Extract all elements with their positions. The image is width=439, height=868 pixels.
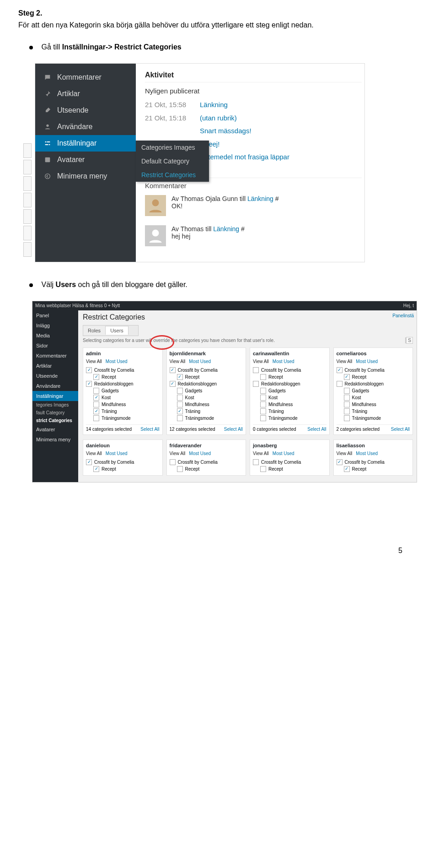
checkbox[interactable]: ✓ bbox=[93, 395, 99, 401]
sidebar-item-kommentarer[interactable]: Kommentarer bbox=[35, 69, 136, 86]
checkbox[interactable] bbox=[177, 401, 183, 407]
view-all-link[interactable]: View All bbox=[253, 359, 269, 364]
checkbox[interactable] bbox=[344, 408, 350, 414]
category-row[interactable]: Träningsmode bbox=[93, 415, 160, 422]
category-row[interactable]: Kost bbox=[177, 394, 243, 401]
checkbox[interactable] bbox=[260, 395, 266, 401]
category-row[interactable]: Mindfulness bbox=[260, 401, 327, 408]
category-row[interactable]: Träningsmode bbox=[260, 415, 327, 422]
category-row[interactable]: Mindfulness bbox=[177, 401, 243, 408]
category-row[interactable]: Gadgets bbox=[260, 387, 327, 394]
checkbox[interactable]: ✓ bbox=[177, 408, 183, 414]
checkbox[interactable]: ✓ bbox=[86, 459, 92, 465]
category-row[interactable]: Crossfit by Cornelia bbox=[170, 459, 243, 466]
sidebar-item-avatarer[interactable]: Avatarer bbox=[35, 152, 136, 168]
checkbox[interactable] bbox=[260, 388, 266, 394]
most-used-link[interactable]: Most Used bbox=[273, 451, 294, 456]
checkbox[interactable] bbox=[344, 388, 350, 394]
most-used-link[interactable]: Most Used bbox=[189, 451, 211, 456]
sidebar-item-utseende[interactable]: Utseende bbox=[35, 102, 136, 119]
category-row[interactable]: ✓Recept bbox=[177, 374, 243, 380]
view-all-link[interactable]: View All bbox=[253, 451, 269, 456]
settings-submenu[interactable]: Categories ImagesDefault CategoryRestric… bbox=[136, 141, 209, 182]
checkbox[interactable] bbox=[260, 415, 266, 421]
row-link[interactable]: Botemedel mot frasiga läppar bbox=[200, 151, 289, 164]
sidebar-subitem[interactable]: tegories Images bbox=[32, 401, 78, 409]
checkbox[interactable] bbox=[253, 381, 259, 387]
sidebar-item-minimera meny[interactable]: Minimera meny bbox=[35, 168, 136, 184]
submenu-item[interactable]: Restrict Categories bbox=[136, 168, 209, 182]
view-all-link[interactable]: View All bbox=[337, 451, 353, 456]
category-row[interactable]: ✓Träning bbox=[177, 408, 243, 415]
checkbox[interactable] bbox=[344, 401, 350, 407]
checkbox[interactable] bbox=[170, 459, 176, 465]
checkbox[interactable]: ✓ bbox=[86, 367, 92, 373]
sidebar-item-artiklar[interactable]: Artiklar bbox=[35, 86, 136, 102]
checkbox[interactable] bbox=[93, 415, 99, 421]
checkbox[interactable] bbox=[337, 381, 343, 387]
category-row[interactable]: Gadgets bbox=[93, 387, 160, 394]
category-row[interactable]: Träning bbox=[260, 408, 327, 415]
most-used-link[interactable]: Most Used bbox=[189, 359, 211, 364]
category-row[interactable]: ✓Recept bbox=[93, 374, 160, 380]
most-used-link[interactable]: Most Used bbox=[356, 451, 378, 456]
category-row[interactable]: Gadgets bbox=[344, 387, 410, 394]
select-all-link[interactable]: Select All bbox=[140, 427, 159, 432]
category-row[interactable]: Redaktionsbloggen bbox=[253, 380, 327, 387]
category-row[interactable]: ✓Crossfit by Cornelia bbox=[170, 367, 243, 374]
search-button[interactable]: S bbox=[406, 337, 413, 344]
sidebar-item-användare[interactable]: Användare bbox=[35, 119, 136, 135]
category-row[interactable]: Crossfit by Cornelia bbox=[253, 367, 327, 374]
checkbox[interactable] bbox=[177, 466, 183, 472]
category-row[interactable]: ✓Träning bbox=[93, 408, 160, 415]
checkbox[interactable]: ✓ bbox=[337, 367, 343, 373]
checkbox[interactable] bbox=[260, 466, 266, 472]
checkbox[interactable]: ✓ bbox=[93, 408, 99, 414]
checkbox[interactable]: ✓ bbox=[170, 367, 176, 373]
category-row[interactable]: Recept bbox=[260, 374, 327, 380]
checkbox[interactable] bbox=[253, 459, 259, 465]
checkbox[interactable]: ✓ bbox=[344, 374, 350, 380]
checkbox[interactable]: ✓ bbox=[177, 374, 183, 380]
sidebar-item[interactable]: Panel bbox=[32, 310, 78, 320]
comment-link[interactable]: Länkning bbox=[213, 225, 239, 233]
select-all-link[interactable]: Select All bbox=[224, 427, 243, 432]
sidebar-item[interactable]: Inlägg bbox=[32, 320, 78, 331]
sidebar-subitem[interactable]: fault Category bbox=[32, 409, 78, 417]
sidebar-item[interactable]: Artiklar bbox=[32, 361, 78, 371]
most-used-link[interactable]: Most Used bbox=[106, 359, 128, 364]
checkbox[interactable]: ✓ bbox=[93, 466, 99, 472]
checkbox[interactable] bbox=[253, 367, 259, 373]
category-row[interactable]: ✓Recept bbox=[344, 374, 410, 380]
sidebar-item[interactable]: Avatarer bbox=[32, 424, 78, 434]
category-row[interactable]: Mindfulness bbox=[93, 401, 160, 408]
submenu-item[interactable]: Default Category bbox=[136, 154, 209, 168]
checkbox[interactable] bbox=[344, 395, 350, 401]
tab-users[interactable]: Users bbox=[105, 326, 128, 335]
sidebar-item[interactable]: Inställningar bbox=[32, 391, 78, 401]
checkbox[interactable] bbox=[177, 415, 183, 421]
category-row[interactable]: ✓Kost bbox=[93, 394, 160, 401]
category-row[interactable]: ✓Recept bbox=[93, 466, 160, 472]
category-row[interactable]: Kost bbox=[260, 394, 327, 401]
category-row[interactable]: ✓Redaktionsbloggen bbox=[170, 380, 243, 387]
category-row[interactable]: Gadgets bbox=[177, 387, 243, 394]
topbar-right[interactable]: Hej, t bbox=[403, 303, 414, 308]
sidebar-item[interactable]: Kommentarer bbox=[32, 351, 78, 361]
row-link[interactable]: (utan rubrik) bbox=[200, 112, 237, 125]
tab-roles[interactable]: Roles bbox=[83, 326, 105, 335]
submenu-item[interactable]: Categories Images bbox=[136, 141, 209, 154]
category-row[interactable]: Kost bbox=[344, 394, 410, 401]
sidebar-item[interactable]: Utseende bbox=[32, 371, 78, 381]
view-all-link[interactable]: View All bbox=[170, 359, 186, 364]
checkbox[interactable]: ✓ bbox=[337, 459, 343, 465]
checkbox[interactable] bbox=[260, 374, 266, 380]
sidebar-item[interactable]: Media bbox=[32, 331, 78, 341]
sidebar-subitem[interactable]: strict Categories bbox=[32, 417, 78, 424]
most-used-link[interactable]: Most Used bbox=[106, 451, 128, 456]
checkbox[interactable] bbox=[93, 388, 99, 394]
category-row[interactable]: Crossfit by Cornelia bbox=[253, 459, 327, 466]
category-row[interactable]: Träningsmode bbox=[177, 415, 243, 422]
category-row[interactable]: ✓Redaktionsbloggen bbox=[86, 380, 160, 387]
checkbox[interactable] bbox=[177, 388, 183, 394]
